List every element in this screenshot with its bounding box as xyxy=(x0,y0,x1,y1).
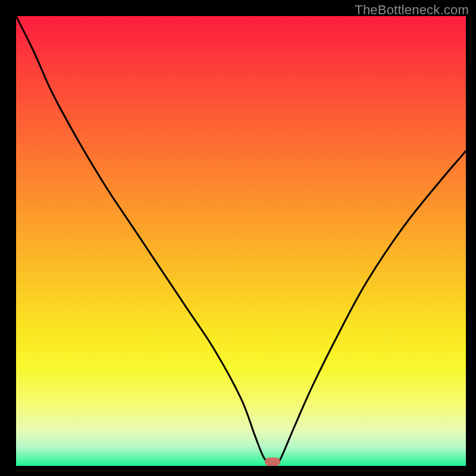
chart-frame: TheBottleneck.com xyxy=(0,0,476,476)
watermark-text: TheBottleneck.com xyxy=(355,2,469,18)
valley-marker xyxy=(265,458,280,466)
bottleneck-curve xyxy=(16,16,466,466)
plot-area xyxy=(16,16,466,466)
curve-path xyxy=(16,16,466,465)
